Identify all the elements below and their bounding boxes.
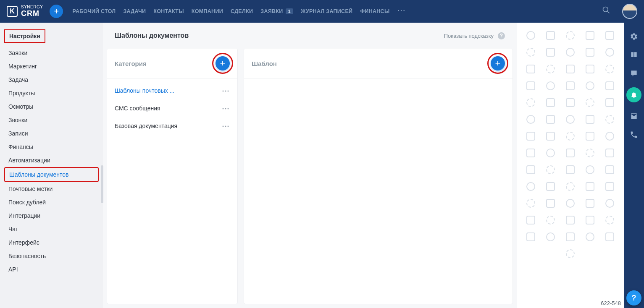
sidebar-item-interface[interactable]: Интерфейс [4,236,99,249]
ghost-doc-icon [586,31,594,40]
strip-chat-icon[interactable] [629,69,639,78]
sidebar-item-api[interactable]: API [4,263,99,276]
nav-deals[interactable]: СДЕЛКИ [231,8,253,14]
app-logo[interactable]: K SYNERGY CRM [3,5,46,18]
ghost-chart-icon [526,149,535,157]
category-row[interactable]: СМС сообщения ⋯ [107,99,237,117]
strip-notifications-icon[interactable] [626,87,641,102]
ghost-user-icon [586,81,594,90]
sidebar-item-automations[interactable]: Автоматизации [4,154,99,167]
help-fab-icon[interactable]: ? [626,290,641,305]
ghost-user-icon [546,149,555,157]
sidebar-item-integrations[interactable]: Интеграции [4,209,99,222]
add-category-button[interactable]: + [216,56,230,70]
ghost-back-icon [526,65,535,73]
ghost-chart-icon [546,132,555,141]
ghost-doc-icon [566,216,575,224]
sidebar-item-doc-templates[interactable]: Шаблоны документов [4,167,99,182]
ghost-chart-icon [605,165,614,174]
ghost-doc-icon [546,48,555,57]
background-icon-grid [517,23,624,308]
sidebar-item-dup-search[interactable]: Поиск дублей [4,196,99,209]
ghost-user-icon [605,199,614,208]
ghost-gear-icon [605,115,614,124]
add-template-button[interactable]: + [491,56,505,70]
ghost-gear-icon [566,182,575,191]
sidebar-item-calls[interactable]: Звонки [4,113,99,127]
ghost-gear-icon [605,216,614,224]
strip-mail-icon[interactable] [629,112,639,121]
ghost-user-icon [566,199,575,208]
ghost-user-icon [605,132,614,141]
global-create-button[interactable]: + [50,5,63,18]
ghost-doc-icon [605,98,614,107]
ghost-doc-icon [586,182,594,191]
sidebar-item-task[interactable]: Задача [4,73,99,86]
sidebar-item-mail-tags[interactable]: Почтовые метки [4,182,99,196]
ghost-chart-icon [586,199,594,208]
ghost-doc-icon [586,132,594,141]
top-nav: РАБОЧИЙ СТОЛ ЗАДАЧИ КОНТАКТЫ КОМПАНИИ СД… [72,5,405,18]
category-list: Шаблоны почтовых ... ⋯ СМС сообщения ⋯ Б… [107,78,237,138]
app-header: K SYNERGY CRM + РАБОЧИЙ СТОЛ ЗАДАЧИ КОНТ… [0,0,644,23]
user-avatar[interactable] [622,4,637,19]
svg-line-1 [607,11,610,13]
sidebar-scrollbar[interactable] [101,165,103,203]
strip-phone-icon[interactable] [629,130,639,139]
nav-journal[interactable]: ЖУРНАЛ ЗАПИСЕЙ [301,8,352,14]
ghost-back-icon [526,216,535,224]
settings-sidebar: Настройки Заявки Маркетинг Задача Продук… [0,23,103,308]
category-label: Базовая документация [115,123,177,129]
sidebar-item-requests[interactable]: Заявки [4,46,99,60]
ghost-chart-icon [526,165,535,174]
category-row[interactable]: Шаблоны почтовых ... ⋯ [107,82,237,99]
ghost-back-icon [546,31,555,40]
ghost-user-icon [566,115,575,124]
ghost-doc-icon [605,149,614,157]
sidebar-item-chat[interactable]: Чат [4,222,99,236]
ghost-gear-icon [526,48,535,57]
row-menu-icon[interactable]: ⋯ [222,121,230,131]
sidebar-item-inspections[interactable]: Осмотры [4,100,99,113]
category-panel: Категория + Шаблоны почтовых ... ⋯ СМС с… [107,49,237,304]
ghost-gear-icon [586,98,594,107]
strip-gear-icon[interactable] [629,32,639,41]
nav-requests[interactable]: ЗАЯВКИ 1 [260,8,293,14]
nav-companies[interactable]: КОМПАНИИ [192,8,223,14]
ghost-gear-icon [605,65,614,73]
ghost-doc-icon [526,232,535,241]
category-label: Шаблоны почтовых ... [115,87,174,94]
ghost-gear-icon [526,199,535,208]
row-menu-icon[interactable]: ⋯ [222,104,230,113]
hint-toggle[interactable]: Показать подсказку ? [444,32,505,39]
strip-book-icon[interactable] [629,50,639,60]
hint-label: Показать подсказку [444,33,494,39]
category-row[interactable]: Базовая документация ⋯ [107,117,237,135]
ghost-gear-icon [566,132,575,141]
nav-contacts[interactable]: КОНТАКТЫ [153,8,184,14]
nav-finance[interactable]: ФИНАНСЫ [360,8,389,14]
nav-tasks[interactable]: ЗАДАЧИ [123,8,146,14]
category-panel-title: Категория [115,60,147,67]
sidebar-item-records[interactable]: Записи [4,127,99,140]
row-menu-icon[interactable]: ⋯ [222,86,230,95]
ghost-gear-icon [586,149,594,157]
nav-dashboard[interactable]: РАБОЧИЙ СТОЛ [72,8,116,14]
sidebar-title: Настройки [4,29,45,43]
nav-more-icon[interactable]: ⋯ [397,5,405,18]
search-icon[interactable] [594,6,619,17]
ghost-user-icon [605,48,614,57]
sidebar-items: Заявки Маркетинг Задача Продукты Осмотры… [4,46,99,276]
ghost-user-icon [586,165,594,174]
ghost-chart-icon [566,232,575,241]
sidebar-item-products[interactable]: Продукты [4,86,99,100]
sidebar-item-finance[interactable]: Финансы [4,140,99,154]
ghost-user-icon [526,182,535,191]
main-area: Шаблоны документов Показать подсказку ? … [103,23,517,308]
ghost-user-icon [526,115,535,124]
logo-upper: SYNERGY [21,5,43,9]
sidebar-item-security[interactable]: Безопасность [4,249,99,263]
sidebar-item-marketing[interactable]: Маркетинг [4,60,99,73]
ghost-doc-icon [546,98,555,107]
ghost-chart-icon [566,98,575,107]
